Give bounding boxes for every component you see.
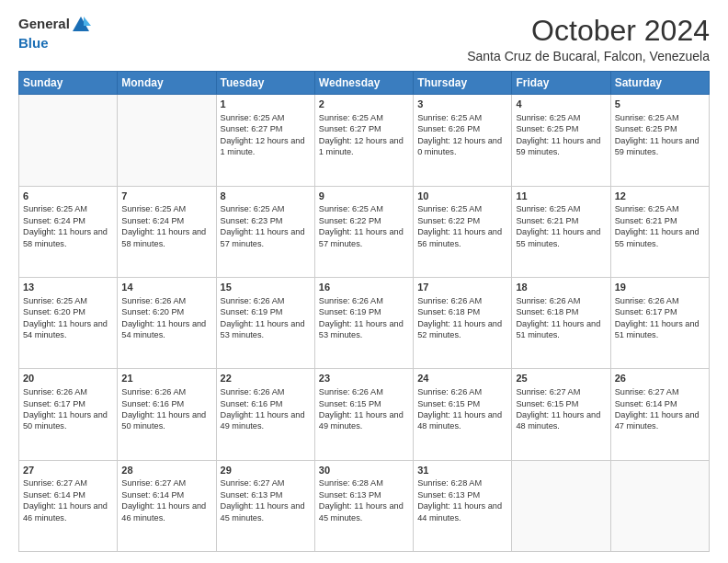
calendar-cell (512, 460, 610, 551)
day-number: 26 (615, 372, 705, 385)
header: General Blue October 2024 Santa Cruz de … (18, 15, 710, 63)
week-row-1: 1Sunrise: 6:25 AM Sunset: 6:27 PM Daylig… (19, 95, 710, 186)
cell-text: Sunrise: 6:26 AM Sunset: 6:16 PM Dayligh… (221, 386, 311, 432)
day-number: 3 (417, 98, 507, 111)
calendar-cell: 3Sunrise: 6:25 AM Sunset: 6:26 PM Daylig… (414, 95, 512, 186)
calendar-cell: 27Sunrise: 6:27 AM Sunset: 6:14 PM Dayli… (19, 460, 118, 551)
cell-text: Sunrise: 6:25 AM Sunset: 6:22 PM Dayligh… (319, 203, 409, 249)
cell-text: Sunrise: 6:25 AM Sunset: 6:27 PM Dayligh… (221, 112, 311, 158)
logo-text: General (18, 15, 91, 35)
cell-text: Sunrise: 6:27 AM Sunset: 6:15 PM Dayligh… (516, 386, 606, 432)
cell-text: Sunrise: 6:27 AM Sunset: 6:14 PM Dayligh… (121, 477, 211, 523)
day-number: 4 (516, 98, 606, 111)
calendar-cell: 25Sunrise: 6:27 AM Sunset: 6:15 PM Dayli… (512, 369, 610, 460)
calendar-cell: 18Sunrise: 6:26 AM Sunset: 6:18 PM Dayli… (512, 277, 610, 368)
calendar-cell: 6Sunrise: 6:25 AM Sunset: 6:24 PM Daylig… (19, 186, 118, 277)
calendar-cell: 10Sunrise: 6:25 AM Sunset: 6:22 PM Dayli… (414, 186, 512, 277)
calendar-cell: 11Sunrise: 6:25 AM Sunset: 6:21 PM Dayli… (512, 186, 610, 277)
week-row-2: 6Sunrise: 6:25 AM Sunset: 6:24 PM Daylig… (19, 186, 710, 277)
calendar-cell: 31Sunrise: 6:28 AM Sunset: 6:13 PM Dayli… (414, 460, 512, 551)
day-number: 7 (121, 190, 211, 203)
cell-text: Sunrise: 6:27 AM Sunset: 6:14 PM Dayligh… (23, 477, 113, 523)
day-number: 18 (516, 281, 606, 294)
calendar-cell (118, 95, 216, 186)
header-row: SundayMondayTuesdayWednesdayThursdayFrid… (19, 72, 710, 95)
logo: General Blue (18, 15, 91, 51)
calendar-cell: 29Sunrise: 6:27 AM Sunset: 6:13 PM Dayli… (216, 460, 314, 551)
cell-text: Sunrise: 6:26 AM Sunset: 6:15 PM Dayligh… (319, 386, 409, 432)
calendar-table: SundayMondayTuesdayWednesdayThursdayFrid… (18, 71, 710, 552)
location-title: Santa Cruz de Bucaral, Falcon, Venezuela (467, 49, 710, 63)
col-header-tuesday: Tuesday (216, 72, 314, 95)
day-number: 6 (23, 190, 113, 203)
day-number: 23 (319, 372, 409, 385)
day-number: 31 (417, 464, 507, 477)
day-number: 16 (319, 281, 409, 294)
calendar-cell: 7Sunrise: 6:25 AM Sunset: 6:24 PM Daylig… (118, 186, 216, 277)
col-header-sunday: Sunday (19, 72, 118, 95)
cell-text: Sunrise: 6:27 AM Sunset: 6:13 PM Dayligh… (221, 477, 311, 523)
cell-text: Sunrise: 6:26 AM Sunset: 6:19 PM Dayligh… (221, 295, 311, 341)
cell-text: Sunrise: 6:25 AM Sunset: 6:24 PM Dayligh… (23, 203, 113, 249)
day-number: 19 (615, 281, 705, 294)
calendar-cell: 15Sunrise: 6:26 AM Sunset: 6:19 PM Dayli… (216, 277, 314, 368)
calendar-cell: 1Sunrise: 6:25 AM Sunset: 6:27 PM Daylig… (216, 95, 314, 186)
cell-text: Sunrise: 6:25 AM Sunset: 6:22 PM Dayligh… (417, 203, 507, 249)
day-number: 11 (516, 190, 606, 203)
day-number: 22 (221, 372, 311, 385)
calendar-cell: 13Sunrise: 6:25 AM Sunset: 6:20 PM Dayli… (19, 277, 118, 368)
day-number: 25 (516, 372, 606, 385)
cell-text: Sunrise: 6:26 AM Sunset: 6:16 PM Dayligh… (121, 386, 211, 432)
cell-text: Sunrise: 6:25 AM Sunset: 6:26 PM Dayligh… (417, 112, 507, 158)
day-number: 20 (23, 372, 113, 385)
cell-text: Sunrise: 6:26 AM Sunset: 6:19 PM Dayligh… (319, 295, 409, 341)
cell-text: Sunrise: 6:27 AM Sunset: 6:14 PM Dayligh… (615, 386, 705, 432)
calendar-cell: 24Sunrise: 6:26 AM Sunset: 6:15 PM Dayli… (414, 369, 512, 460)
svg-marker-1 (84, 17, 91, 26)
day-number: 2 (319, 98, 409, 111)
cell-text: Sunrise: 6:26 AM Sunset: 6:18 PM Dayligh… (516, 295, 606, 341)
calendar-cell: 16Sunrise: 6:26 AM Sunset: 6:19 PM Dayli… (314, 277, 413, 368)
cell-text: Sunrise: 6:25 AM Sunset: 6:24 PM Dayligh… (121, 203, 211, 249)
cell-text: Sunrise: 6:26 AM Sunset: 6:17 PM Dayligh… (23, 386, 113, 432)
calendar-cell: 21Sunrise: 6:26 AM Sunset: 6:16 PM Dayli… (118, 369, 216, 460)
col-header-monday: Monday (118, 72, 216, 95)
calendar-cell: 20Sunrise: 6:26 AM Sunset: 6:17 PM Dayli… (19, 369, 118, 460)
day-number: 30 (319, 464, 409, 477)
cell-text: Sunrise: 6:25 AM Sunset: 6:23 PM Dayligh… (221, 203, 311, 249)
cell-text: Sunrise: 6:25 AM Sunset: 6:25 PM Dayligh… (615, 112, 705, 158)
logo-blue: Blue (18, 35, 91, 51)
day-number: 17 (417, 281, 507, 294)
day-number: 10 (417, 190, 507, 203)
calendar-cell: 14Sunrise: 6:26 AM Sunset: 6:20 PM Dayli… (118, 277, 216, 368)
day-number: 21 (121, 372, 211, 385)
day-number: 9 (319, 190, 409, 203)
cell-text: Sunrise: 6:25 AM Sunset: 6:21 PM Dayligh… (516, 203, 606, 249)
calendar-cell: 23Sunrise: 6:26 AM Sunset: 6:15 PM Dayli… (314, 369, 413, 460)
calendar-cell: 19Sunrise: 6:26 AM Sunset: 6:17 PM Dayli… (610, 277, 709, 368)
cell-text: Sunrise: 6:28 AM Sunset: 6:13 PM Dayligh… (319, 477, 409, 523)
week-row-4: 20Sunrise: 6:26 AM Sunset: 6:17 PM Dayli… (19, 369, 710, 460)
cell-text: Sunrise: 6:25 AM Sunset: 6:27 PM Dayligh… (319, 112, 409, 158)
cell-text: Sunrise: 6:25 AM Sunset: 6:25 PM Dayligh… (516, 112, 606, 158)
day-number: 8 (221, 190, 311, 203)
calendar-cell: 8Sunrise: 6:25 AM Sunset: 6:23 PM Daylig… (216, 186, 314, 277)
cell-text: Sunrise: 6:26 AM Sunset: 6:20 PM Dayligh… (121, 295, 211, 341)
calendar-cell: 22Sunrise: 6:26 AM Sunset: 6:16 PM Dayli… (216, 369, 314, 460)
calendar-cell: 2Sunrise: 6:25 AM Sunset: 6:27 PM Daylig… (314, 95, 413, 186)
cell-text: Sunrise: 6:25 AM Sunset: 6:21 PM Dayligh… (615, 203, 705, 249)
day-number: 5 (615, 98, 705, 111)
day-number: 27 (23, 464, 113, 477)
title-block: October 2024 Santa Cruz de Bucaral, Falc… (467, 15, 710, 63)
col-header-saturday: Saturday (610, 72, 709, 95)
page: General Blue October 2024 Santa Cruz de … (0, 0, 728, 563)
week-row-5: 27Sunrise: 6:27 AM Sunset: 6:14 PM Dayli… (19, 460, 710, 551)
calendar-cell: 17Sunrise: 6:26 AM Sunset: 6:18 PM Dayli… (414, 277, 512, 368)
day-number: 13 (23, 281, 113, 294)
col-header-thursday: Thursday (414, 72, 512, 95)
calendar-cell (610, 460, 709, 551)
cell-text: Sunrise: 6:28 AM Sunset: 6:13 PM Dayligh… (417, 477, 507, 523)
logo-icon (71, 15, 91, 35)
calendar-cell: 30Sunrise: 6:28 AM Sunset: 6:13 PM Dayli… (314, 460, 413, 551)
day-number: 24 (417, 372, 507, 385)
